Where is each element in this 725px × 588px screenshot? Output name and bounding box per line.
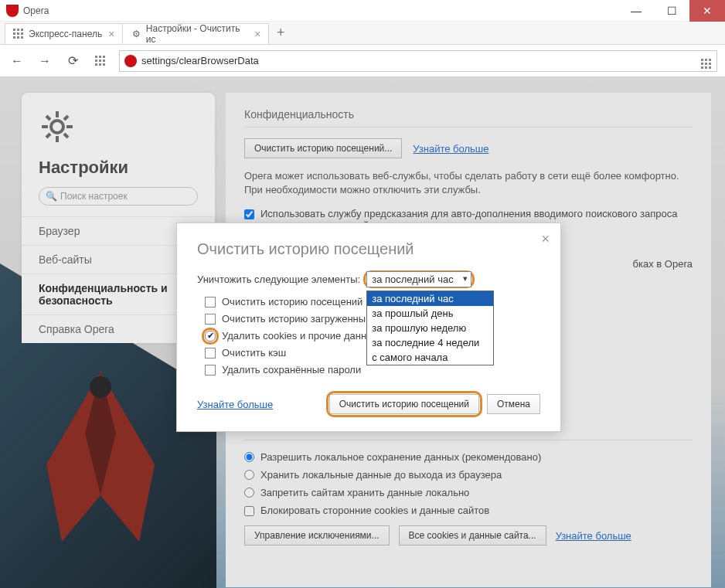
dialog-close-button[interactable]: ×: [541, 231, 550, 247]
time-range-dropdown: за последний час за прошлый день за прош…: [366, 291, 494, 365]
maximize-button[interactable]: ☐: [654, 0, 689, 22]
url-text: settings/clearBrowserData: [141, 55, 259, 66]
checkbox-icon[interactable]: [205, 348, 216, 359]
new-tab-button[interactable]: +: [269, 22, 292, 44]
minimize-button[interactable]: —: [618, 0, 654, 22]
address-bar: ← → ⟳ settings/clearBrowserData: [0, 45, 725, 77]
tab-strip: Экспресс-панель × ⚙ Настройки - Очистить…: [0, 22, 725, 45]
clear-history-dialog: × Очистить историю посещений Уничтожить …: [176, 223, 561, 432]
checkbox-icon[interactable]: [205, 314, 216, 325]
dropdown-option[interactable]: за прошлый день: [367, 306, 493, 321]
dialog-footer: Узнайте больше Очистить историю посещени…: [197, 394, 540, 414]
dialog-title: Очистить историю посещений: [197, 240, 540, 258]
window-titlebar: Opera — ☐ ✕: [0, 0, 725, 22]
dialog-learn-more-link[interactable]: Узнайте больше: [197, 399, 273, 410]
opera-logo-icon: [6, 5, 19, 17]
destroy-label: Уничтожить следующие элементы:: [197, 274, 360, 285]
time-range-select[interactable]: за последний час: [366, 271, 471, 287]
time-range-select-highlight: за последний час за последний час за про…: [366, 274, 471, 285]
close-icon[interactable]: ×: [254, 28, 260, 40]
address-input[interactable]: settings/clearBrowserData: [119, 50, 717, 72]
checkbox-icon[interactable]: [205, 331, 216, 342]
clear-button-highlight: Очистить историю посещений: [329, 394, 479, 414]
dialog-cancel-button[interactable]: Отмена: [487, 394, 540, 414]
opera-icon: [124, 55, 137, 67]
dialog-clear-button[interactable]: Очистить историю посещений: [329, 394, 479, 414]
dropdown-option[interactable]: за прошлую неделю: [367, 321, 493, 335]
window-title: Opera: [23, 5, 49, 16]
tab-speed-dial[interactable]: Экспресс-панель ×: [5, 23, 123, 44]
grid-icon: [13, 29, 24, 39]
dropdown-option[interactable]: за последние 4 недели: [367, 335, 493, 350]
checkbox-icon[interactable]: [205, 297, 216, 308]
gear-icon: ⚙: [131, 29, 141, 39]
close-button[interactable]: ✕: [689, 0, 725, 22]
checkbox-icon[interactable]: [205, 365, 216, 376]
back-button[interactable]: ←: [8, 52, 26, 70]
dropdown-option[interactable]: с самого начала: [367, 350, 493, 365]
speed-dial-button[interactable]: [91, 52, 110, 70]
tab-label: Настройки - Очистить ис: [146, 23, 248, 45]
reload-button[interactable]: ⟳: [63, 52, 82, 70]
window-controls: — ☐ ✕: [618, 0, 725, 22]
content-area: Настройки 🔍 Поиск настроек Браузер Веб-с…: [0, 77, 725, 588]
dropdown-option[interactable]: за последний час: [367, 291, 493, 306]
forward-button[interactable]: →: [36, 52, 54, 70]
grid-icon[interactable]: [701, 52, 712, 70]
tab-label: Экспресс-панель: [29, 29, 102, 39]
tab-settings[interactable]: ⚙ Настройки - Очистить ис ×: [122, 23, 269, 44]
close-icon[interactable]: ×: [108, 28, 114, 40]
check-clear-passwords[interactable]: Удалить сохранённые пароли: [205, 364, 540, 376]
